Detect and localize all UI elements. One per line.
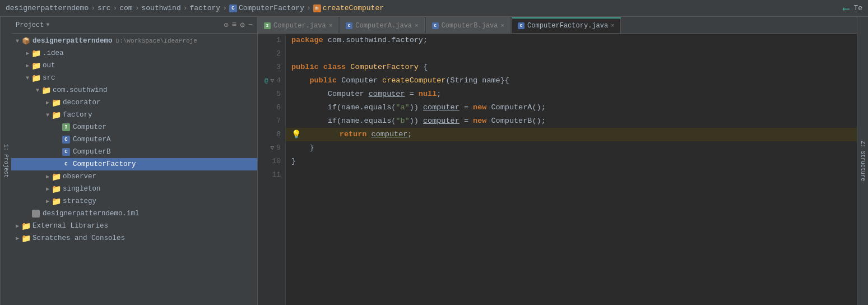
tree-label-factory: factory <box>63 111 92 119</box>
line-number-text-7: 7 <box>276 114 281 128</box>
tab-close-computera-java[interactable]: × <box>415 22 419 29</box>
line-number-text-8: 8 <box>276 128 281 141</box>
structure-panel-label[interactable]: Z: Structure <box>857 17 868 305</box>
line-number-text-3: 3 <box>276 61 281 74</box>
tree-item-ComputerA[interactable]: CComputerA <box>11 133 257 146</box>
tree-item-iml[interactable]: designerpatterndemo.iml <box>11 207 257 220</box>
tree-arrow-scratches[interactable]: ▶ <box>13 235 21 242</box>
token: return <box>340 128 367 141</box>
tree-label-iml: designerpatterndemo.iml <box>43 210 140 218</box>
project-toolbar: Project ▼ ⊕ ≡ ⚙ − <box>11 17 257 34</box>
tree-item-scratches[interactable]: ▶📁Scratches and Consoles <box>11 232 257 244</box>
tree-item-idea[interactable]: ▶📁.idea <box>11 47 257 59</box>
token: computer <box>369 87 405 101</box>
minimize-icon[interactable]: − <box>248 20 253 30</box>
breadcrumb-factory[interactable]: factory <box>190 4 221 12</box>
code-line-5: Computer computer = null; <box>286 87 857 101</box>
breadcrumb-com[interactable]: com <box>119 4 132 12</box>
tab-computerfactory-java[interactable]: CComputerFactory.java× <box>512 17 621 33</box>
tree-icon-singleton: 📁 <box>52 184 61 193</box>
breadcrumb-southwind[interactable]: southwind <box>141 4 180 12</box>
tree-icon-strategy: 📁 <box>52 197 61 206</box>
gutter-fold-icon-4[interactable]: ▽ <box>271 74 275 87</box>
tree-icon-src: 📁 <box>31 73 40 82</box>
line-num-6: 6 <box>262 101 281 114</box>
tree-arrow-extlib[interactable]: ▶ <box>13 223 21 229</box>
tree-item-strategy[interactable]: ▶📁strategy <box>11 195 257 207</box>
collapse-icon[interactable]: ≡ <box>232 20 236 30</box>
token: } <box>291 155 296 168</box>
gutter-fold-end-9[interactable]: ▽ <box>271 141 275 155</box>
token <box>337 74 341 87</box>
token <box>477 74 482 87</box>
token: computer <box>423 101 459 114</box>
tree-arrow-out[interactable]: ▶ <box>24 62 31 69</box>
token: public <box>291 61 319 74</box>
tree-arrow-com.southwind[interactable]: ▼ <box>34 87 41 94</box>
line-number-text-6: 6 <box>276 101 281 114</box>
tree-arrow-root[interactable]: ▼ <box>13 38 21 44</box>
tree-icon-iml <box>31 209 40 218</box>
tree-arrow-decorator[interactable]: ▶ <box>44 99 52 106</box>
tree-arrow-strategy[interactable]: ▶ <box>44 198 52 205</box>
tab-close-computer-java[interactable]: × <box>329 22 333 29</box>
tree-item-com.southwind[interactable]: ▼📁com.southwind <box>11 84 257 96</box>
breadcrumb-src[interactable]: src <box>98 4 110 12</box>
tree-arrow-src[interactable]: ▼ <box>24 75 31 81</box>
tree-item-out[interactable]: ▶📁out <box>11 59 257 72</box>
tree-arrow-idea[interactable]: ▶ <box>24 50 31 57</box>
tab-close-computerb-java[interactable]: × <box>501 22 505 29</box>
token: class <box>323 61 346 74</box>
token <box>486 114 491 128</box>
tree-arrow-observer[interactable]: ▶ <box>44 173 52 180</box>
tree-item-factory[interactable]: ▼📁factory <box>11 109 257 121</box>
line-num-5: 5 <box>262 87 281 101</box>
tree-label-ComputerFactory: ComputerFactory <box>73 160 136 168</box>
code-line-10: } <box>286 155 857 168</box>
tree-item-ComputerB[interactable]: CComputerB <box>11 146 257 158</box>
line-num-7: 7 <box>262 114 281 128</box>
tab-computerb-java[interactable]: CComputerB.java× <box>426 17 510 33</box>
tab-computera-java[interactable]: CComputerA.java× <box>340 17 424 33</box>
tree-item-observer[interactable]: ▶📁observer <box>11 170 257 183</box>
gutter-at-icon-4[interactable]: @ <box>264 74 268 87</box>
breadcrumb-project[interactable]: designerpatterndemo <box>6 4 89 12</box>
bulb-icon-8[interactable]: 💡 <box>291 128 301 141</box>
sidebar-panel-label[interactable]: 1: Project <box>0 17 11 305</box>
tree-item-src[interactable]: ▼📁src <box>11 72 257 84</box>
tab-icon-computera-java: C <box>346 22 352 29</box>
tree-item-root[interactable]: ▼📦designerpatterndemoD:\WorkSpace\IdeaPr… <box>11 35 257 47</box>
tab-icon-computerfactory-java: C <box>518 22 524 29</box>
code-line-3: public class ComputerFactory { <box>286 61 857 74</box>
tree-arrow-factory[interactable]: ▼ <box>44 112 52 118</box>
tree-icon-ComputerB: C <box>62 147 71 156</box>
project-dropdown-arrow[interactable]: ▼ <box>46 22 49 28</box>
line-number-text-11: 11 <box>272 168 281 182</box>
tree-arrow-singleton[interactable]: ▶ <box>44 186 52 192</box>
line-num-11: 11 <box>262 168 281 182</box>
tree-label-com.southwind: com.southwind <box>53 86 108 94</box>
breadcrumb-class-name[interactable]: ComputerFactory <box>239 4 304 12</box>
tab-bar: IComputer.java×CComputerA.java×CComputer… <box>258 17 857 34</box>
tree-item-singleton[interactable]: ▶📁singleton <box>11 183 257 195</box>
bc-sep-4: › <box>183 4 188 12</box>
tree-item-ComputerFactory[interactable]: CComputerFactory <box>11 158 257 170</box>
code-content: 123@▽45678▽91011 package com.southwind.f… <box>258 34 857 305</box>
tree-label-Computer: Computer <box>73 123 106 131</box>
add-icon[interactable]: ⊕ <box>224 20 228 30</box>
tab-computer-java[interactable]: IComputer.java× <box>258 17 338 33</box>
tree-item-decorator[interactable]: ▶📁decorator <box>11 96 257 109</box>
tree-item-extlib[interactable]: ▶📁External Libraries <box>11 220 257 232</box>
settings-icon[interactable]: ⚙ <box>240 20 244 30</box>
toolbar-icons: ⊕ ≡ ⚙ − <box>224 20 253 30</box>
token: ComputerB <box>491 114 532 128</box>
breadcrumb-method-name[interactable]: createComputer <box>323 4 384 12</box>
back-button[interactable]: ⟵ <box>843 2 850 15</box>
token: computer <box>423 114 459 128</box>
token: "a" <box>396 101 409 114</box>
tree-item-Computer[interactable]: IComputer <box>11 121 257 133</box>
line-num-1: 1 <box>262 34 281 47</box>
tab-icon-computerb-java: C <box>432 22 439 29</box>
tab-close-computerfactory-java[interactable]: × <box>611 22 615 29</box>
tab-label-computera-java: ComputerA.java <box>355 22 412 30</box>
